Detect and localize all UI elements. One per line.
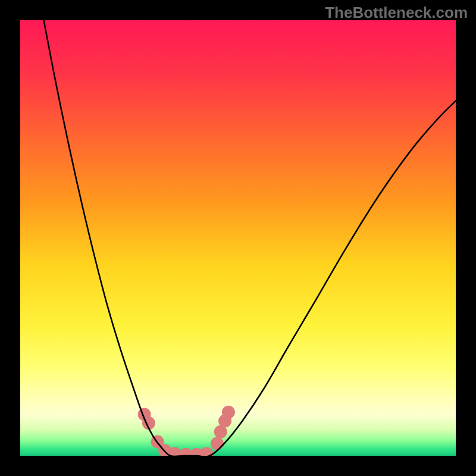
valley-marker: [222, 406, 235, 419]
watermark-text: TheBottleneck.com: [325, 4, 468, 22]
bottleneck-curve: [44, 20, 456, 456]
chart-frame: TheBottleneck.com: [0, 0, 476, 476]
curve-layer: [20, 20, 456, 456]
plot-area: [20, 20, 456, 456]
valley-marker: [211, 437, 224, 450]
